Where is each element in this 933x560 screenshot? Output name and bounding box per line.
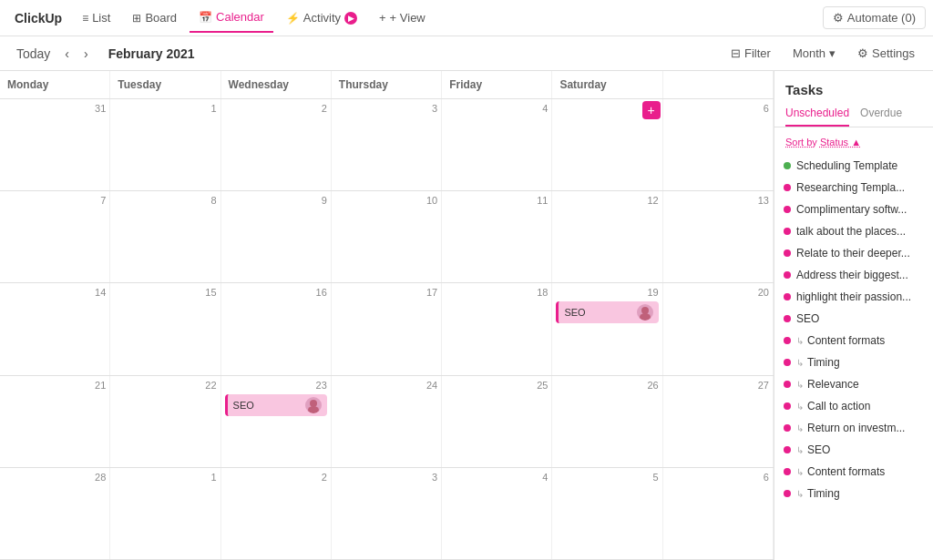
task-dot bbox=[784, 424, 791, 432]
cal-cell-0-3[interactable]: 3 bbox=[332, 99, 442, 190]
cal-cell-0-4[interactable]: 4 bbox=[442, 99, 552, 190]
cal-cell-2-4[interactable]: 18 bbox=[442, 283, 552, 374]
sub-icon: ↳ bbox=[796, 445, 804, 455]
cal-cell-2-6[interactable]: 20 bbox=[663, 283, 774, 374]
task-item-1[interactable]: Researching Templa... bbox=[774, 177, 933, 199]
cal-cell-4-5[interactable]: 5 bbox=[552, 468, 662, 559]
task-item-14[interactable]: ↳Content formats bbox=[774, 461, 933, 483]
task-dot bbox=[784, 446, 791, 453]
task-item-11[interactable]: ↳Call to action bbox=[774, 395, 933, 417]
task-label-wrap: ↳Return on investm... bbox=[796, 422, 905, 434]
day-header-sun bbox=[663, 71, 774, 98]
cal-cell-1-5[interactable]: 12 bbox=[552, 191, 662, 282]
task-item-9[interactable]: ↳Timing bbox=[774, 351, 933, 373]
nav-tab-calendar[interactable]: 📅 Calendar bbox=[190, 4, 273, 33]
day-num-3-2: 23 bbox=[225, 380, 327, 391]
settings-btn[interactable]: ⚙ Settings bbox=[850, 43, 922, 64]
task-sub-wrap: ↳Return on investm... bbox=[796, 422, 905, 434]
svg-point-1 bbox=[640, 313, 651, 321]
cal-grid: 3112345+678910111213141516171819SEO20212… bbox=[0, 99, 774, 560]
tasks-sort: Sort by Status ▲ bbox=[774, 133, 933, 153]
cal-cell-4-4[interactable]: 4 bbox=[442, 468, 552, 559]
task-label: Call to action bbox=[807, 400, 870, 412]
task-item-4[interactable]: Relate to their deeper... bbox=[774, 242, 933, 264]
cal-cell-4-3[interactable]: 3 bbox=[332, 468, 442, 559]
next-btn[interactable]: › bbox=[78, 43, 94, 65]
cal-cell-1-2[interactable]: 9 bbox=[221, 191, 332, 282]
task-item-5[interactable]: Address their biggest... bbox=[774, 264, 933, 286]
task-label-wrap: Complimentary softw... bbox=[796, 203, 907, 216]
nav-view-btn[interactable]: + + View bbox=[370, 7, 435, 28]
day-header-wed: Wednesday bbox=[221, 71, 332, 98]
cal-cell-0-1[interactable]: 1 bbox=[110, 99, 220, 190]
event-3-2-0[interactable]: SEO bbox=[225, 394, 327, 416]
cal-cell-3-3[interactable]: 24 bbox=[332, 376, 442, 467]
cal-cell-1-1[interactable]: 8 bbox=[110, 191, 220, 282]
cal-cell-3-1[interactable]: 22 bbox=[110, 376, 220, 467]
cal-cell-2-1[interactable]: 15 bbox=[110, 283, 220, 374]
day-num-4-0: 28 bbox=[4, 472, 106, 483]
day-num-2-1: 15 bbox=[114, 287, 216, 298]
cal-header: Monday Tuesday Wednesday Thursday Friday… bbox=[0, 71, 774, 99]
cal-cell-2-5[interactable]: 19SEO bbox=[552, 283, 662, 374]
task-item-8[interactable]: ↳Content formats bbox=[774, 330, 933, 351]
day-num-0-2: 2 bbox=[225, 103, 327, 114]
cal-cell-1-0[interactable]: 7 bbox=[0, 191, 110, 282]
nav-tab-list[interactable]: ≡ List bbox=[73, 4, 119, 33]
cal-week-1: 78910111213 bbox=[0, 191, 774, 283]
cal-cell-1-6[interactable]: 13 bbox=[663, 191, 774, 282]
task-item-10[interactable]: ↳Relevance bbox=[774, 373, 933, 395]
cal-cell-4-2[interactable]: 2 bbox=[221, 468, 332, 559]
cal-cell-1-3[interactable]: 10 bbox=[332, 191, 442, 282]
nav-tab-activity[interactable]: ⚡ Activity ▶ bbox=[277, 4, 366, 33]
filter-btn[interactable]: ⊟ Filter bbox=[723, 43, 778, 64]
task-dot bbox=[784, 228, 791, 235]
cal-cell-3-2[interactable]: 23SEO bbox=[221, 376, 332, 467]
toolbar-nav: Today ‹ › bbox=[11, 43, 94, 65]
cal-cell-2-0[interactable]: 14 bbox=[0, 283, 110, 374]
cal-cell-0-5[interactable]: 5+ bbox=[552, 99, 662, 190]
task-sub-wrap: ↳Relevance bbox=[796, 378, 859, 391]
add-event-btn[interactable]: + bbox=[642, 101, 661, 119]
cal-cell-2-3[interactable]: 17 bbox=[332, 283, 442, 374]
sort-field[interactable]: Status ▲ bbox=[820, 137, 861, 148]
day-num-2-5: 19 bbox=[556, 287, 658, 298]
cal-cell-2-2[interactable]: 16 bbox=[221, 283, 332, 374]
cal-cell-0-0[interactable]: 31 bbox=[0, 99, 110, 190]
cal-cell-0-2[interactable]: 2 bbox=[221, 99, 332, 190]
task-item-12[interactable]: ↳Return on investm... bbox=[774, 417, 933, 439]
cal-cell-1-4[interactable]: 11 bbox=[442, 191, 552, 282]
task-item-0[interactable]: Scheduling Template bbox=[774, 155, 933, 177]
month-btn[interactable]: Month ▾ bbox=[785, 43, 843, 64]
cal-cell-3-6[interactable]: 27 bbox=[663, 376, 774, 467]
cal-cell-3-0[interactable]: 21 bbox=[0, 376, 110, 467]
nav-tab-board[interactable]: ⊞ Board bbox=[123, 4, 186, 33]
cal-cell-4-6[interactable]: 6 bbox=[663, 468, 774, 559]
task-item-3[interactable]: talk about the places... bbox=[774, 220, 933, 242]
tab-unscheduled[interactable]: Unscheduled bbox=[785, 103, 849, 127]
task-label: talk about the places... bbox=[796, 225, 906, 238]
automate-btn[interactable]: ⚙ Automate (0) bbox=[823, 6, 926, 29]
cal-cell-0-6[interactable]: 6 bbox=[663, 99, 774, 190]
task-dot bbox=[784, 315, 791, 322]
task-item-6[interactable]: highlight their passion... bbox=[774, 286, 933, 308]
task-item-15[interactable]: ↳Timing bbox=[774, 483, 933, 504]
today-btn[interactable]: Today bbox=[11, 43, 56, 65]
cal-cell-3-4[interactable]: 25 bbox=[442, 376, 552, 467]
event-2-5-0[interactable]: SEO bbox=[556, 301, 658, 323]
sub-icon: ↳ bbox=[796, 489, 804, 499]
task-item-2[interactable]: Complimentary softw... bbox=[774, 199, 933, 220]
task-item-13[interactable]: ↳SEO bbox=[774, 439, 933, 461]
plus-icon: + bbox=[379, 11, 386, 25]
tab-overdue[interactable]: Overdue bbox=[860, 103, 902, 127]
prev-btn[interactable]: ‹ bbox=[59, 43, 75, 65]
task-dot bbox=[784, 271, 791, 279]
task-item-7[interactable]: SEO bbox=[774, 308, 933, 330]
cal-cell-4-0[interactable]: 28 bbox=[0, 468, 110, 559]
task-label: Timing bbox=[807, 356, 840, 369]
event-label: SEO bbox=[564, 307, 585, 318]
day-num-3-4: 25 bbox=[446, 380, 548, 391]
cal-cell-3-5[interactable]: 26 bbox=[552, 376, 662, 467]
cal-cell-4-1[interactable]: 1 bbox=[110, 468, 220, 559]
sub-icon: ↳ bbox=[796, 402, 804, 412]
